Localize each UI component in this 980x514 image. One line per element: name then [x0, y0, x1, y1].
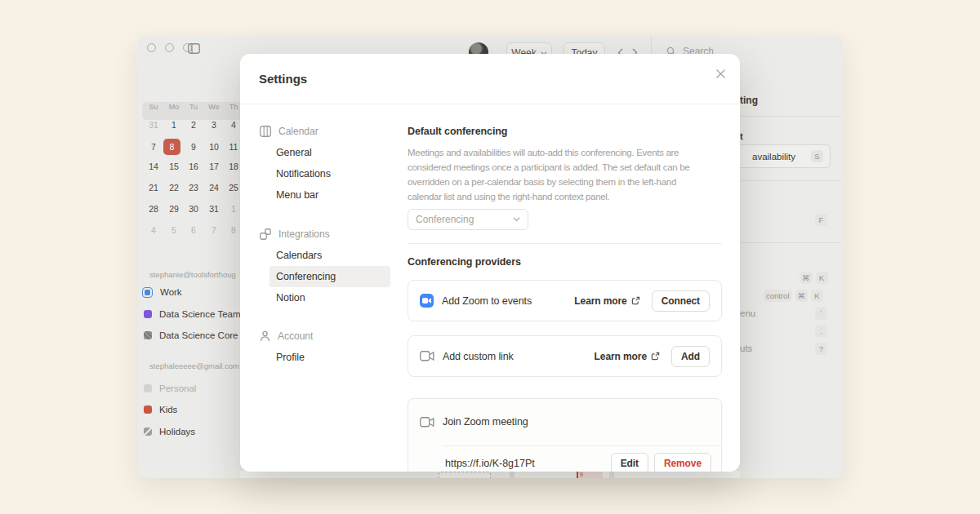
calendar-date[interactable]: 6: [185, 221, 203, 239]
calendar-label: Data Science Team: [159, 309, 241, 319]
external-link-icon: [651, 352, 660, 361]
nav-item-profile[interactable]: Profile: [270, 347, 390, 368]
calendar-label: Data Science Core: [159, 330, 238, 340]
nav-item-general[interactable]: General: [270, 142, 390, 163]
nav-section-account: Account: [260, 326, 390, 347]
chevron-down-icon: [513, 217, 520, 222]
calendar-date[interactable]: 7: [205, 221, 223, 239]
conferencing-select-value: Conferencing: [416, 214, 474, 225]
account-email: stephaleeeee@gmail.com: [149, 361, 240, 370]
calendar-date[interactable]: 3: [205, 116, 223, 134]
add-custom-link-button[interactable]: Add: [671, 346, 710, 367]
calendar-date[interactable]: 9: [185, 138, 203, 156]
account-icon: [260, 330, 270, 342]
provider-label: Add Zoom to events: [442, 295, 532, 307]
calendar-date[interactable]: 24: [205, 179, 223, 197]
default-conferencing-description: Meetings and availabilities will auto-ad…: [408, 145, 689, 204]
nav-item-conferencing[interactable]: Conferencing: [270, 266, 390, 287]
calendar-list-item-data-science-team[interactable]: Data Science Team: [144, 306, 241, 322]
calendar-date[interactable]: 29: [165, 200, 183, 218]
edit-link-button[interactable]: Edit: [611, 453, 648, 472]
calendar-date[interactable]: 7: [145, 138, 163, 156]
calendar-list-item-work[interactable]: Work: [144, 284, 182, 300]
right-panel-menu-fragment: enu: [740, 308, 755, 318]
calendar-label: Holidays: [159, 427, 195, 436]
nav-section-label: Calendar: [278, 126, 318, 137]
peek-event-dashed: [439, 472, 491, 478]
conferencing-providers-heading: Conferencing providers: [408, 256, 521, 268]
custom-link-learn-more-link[interactable]: Learn more: [595, 351, 660, 362]
day-header: We: [205, 98, 223, 116]
provider-label: Add custom link: [443, 351, 514, 362]
calendar-label: Kids: [159, 405, 177, 414]
calendar-date[interactable]: 4: [145, 221, 163, 239]
content-divider: [408, 243, 722, 244]
right-panel-label-fragment: t: [740, 131, 743, 141]
core-calendar-swatch-icon: [144, 331, 152, 339]
settings-nav: Calendar General Notifications Menu bar …: [260, 121, 390, 368]
calendar-date[interactable]: 10: [205, 138, 223, 156]
modal-title: Settings: [259, 72, 307, 86]
calendar-list-item-personal[interactable]: Personal: [144, 380, 196, 397]
default-conferencing-heading: Default conferencing: [408, 126, 507, 137]
calendar-date[interactable]: 5: [165, 221, 183, 239]
key-badge: K: [811, 290, 823, 302]
right-panel-shortcuts-fragment: uts: [740, 343, 752, 353]
peek-event-red: 9: [577, 471, 603, 478]
calendar-date[interactable]: 30: [185, 200, 203, 218]
calendar-date[interactable]: 23: [185, 179, 203, 197]
calendar-date[interactable]: 15: [165, 157, 183, 175]
key-badge: S: [811, 150, 823, 162]
right-panel-heading-fragment: ting: [740, 95, 758, 106]
nav-item-calendars[interactable]: Calendars: [270, 245, 390, 266]
nav-item-menu-bar[interactable]: Menu bar: [270, 184, 390, 206]
nav-item-notion[interactable]: Notion: [270, 287, 390, 308]
existing-link-label: Join Zoom meeting: [443, 416, 528, 428]
calendar-date-today[interactable]: 8: [165, 138, 183, 156]
video-camera-icon: [420, 417, 434, 428]
close-button[interactable]: [712, 65, 728, 82]
window-close-button[interactable]: [147, 43, 156, 52]
calendar-date[interactable]: 31: [145, 116, 163, 134]
page: Week Today Search Su Mo Tu We Th: [0, 0, 980, 514]
calendar-date[interactable]: 22: [165, 179, 183, 197]
calendar-date[interactable]: 14: [145, 157, 163, 175]
key-badge: ⌘: [800, 272, 813, 284]
calendar-date[interactable]: 17: [205, 157, 223, 175]
calendar-date[interactable]: 31: [205, 200, 223, 218]
key-badge: control: [764, 290, 792, 302]
calendar-date[interactable]: 16: [185, 157, 203, 175]
close-icon: [715, 69, 726, 79]
integrations-icon: [260, 228, 271, 240]
holidays-calendar-swatch-icon: [144, 428, 152, 436]
calendar-icon: [260, 126, 271, 137]
key-badge: `: [815, 308, 827, 320]
peek-event-mark: [609, 472, 614, 478]
calendar-label: Work: [160, 287, 182, 297]
nav-section-label: Account: [278, 330, 313, 342]
calendar-list-item-kids[interactable]: Kids: [144, 401, 177, 418]
share-availability-button[interactable]: availability S: [733, 144, 831, 168]
calendar-date[interactable]: 1: [165, 116, 183, 134]
custom-link-url: https://f.io/K-8g17Pt: [445, 458, 535, 469]
nav-item-notifications[interactable]: Notifications: [270, 163, 390, 184]
team-calendar-swatch-icon: [144, 310, 152, 318]
modal-header-divider: [240, 104, 740, 104]
calendar-date[interactable]: 28: [145, 200, 163, 218]
peek-event-mark: [510, 472, 514, 478]
settings-modal: Settings Calendar General Notifications …: [240, 54, 740, 472]
video-camera-icon: [420, 351, 434, 361]
sidebar-toggle-icon[interactable]: [188, 42, 200, 57]
calendar-list-item-holidays[interactable]: Holidays: [144, 423, 195, 440]
window-minimize-button[interactable]: [165, 43, 174, 52]
zoom-learn-more-link[interactable]: Learn more: [574, 295, 639, 307]
zoom-provider-card: Add Zoom to events Learn more Connect: [408, 280, 722, 321]
connect-zoom-button[interactable]: Connect: [652, 290, 710, 312]
remove-link-button[interactable]: Remove: [654, 453, 711, 472]
calendar-date[interactable]: 21: [145, 179, 163, 197]
nav-section-integrations: Integrations: [260, 224, 390, 245]
zoom-logo-icon: [420, 294, 434, 308]
conferencing-select[interactable]: Conferencing: [408, 209, 528, 230]
calendar-list-item-data-science-core[interactable]: Data Science Core: [144, 327, 238, 343]
calendar-date[interactable]: 2: [185, 116, 203, 134]
